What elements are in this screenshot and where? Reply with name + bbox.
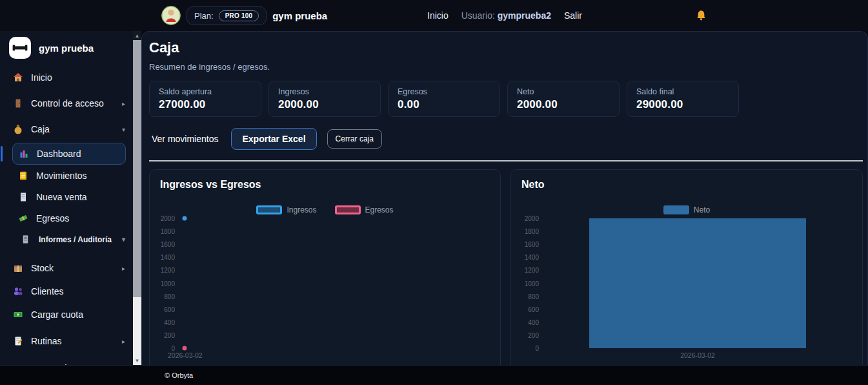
- y-tick: 1600: [161, 241, 175, 248]
- nav-link-salir[interactable]: Salir: [564, 10, 582, 21]
- sidebar-item-inicio[interactable]: Inicio: [0, 65, 133, 90]
- chart-legend: IngresosEgresos: [160, 205, 490, 215]
- sidebar-item-label: Caja: [31, 124, 50, 134]
- chart-card-ingresos-vs-egresos: Ingresos vs Egresos IngresosEgresos 2000…: [149, 169, 501, 365]
- exportar-excel-button[interactable]: Exportar Excel: [231, 128, 316, 150]
- sidebar-item-clientes[interactable]: Clientes: [0, 280, 133, 303]
- plan-label: Plan:: [194, 11, 214, 21]
- nav-user[interactable]: Usuario: gymprueba2: [461, 10, 551, 21]
- charts-row: Ingresos vs Egresos IngresosEgresos 2000…: [149, 169, 863, 365]
- sidebar: gym prueba Inicio Control de acceso ▸: [0, 31, 133, 365]
- y-tick: 1600: [525, 241, 539, 248]
- y-tick: 1800: [161, 228, 175, 235]
- sidebar-item-label: Movimientos: [36, 171, 87, 181]
- nav-link-inicio[interactable]: Inicio: [427, 10, 449, 21]
- legend-swatch: [256, 205, 282, 214]
- chart-title: Ingresos vs Egresos: [160, 179, 490, 191]
- chevron-right-icon: ▸: [122, 338, 125, 345]
- workspace: gym prueba Inicio Control de acceso ▸: [0, 31, 868, 365]
- sidebar-item-personal[interactable]: Personal ▸: [0, 355, 133, 365]
- chart-title: Neto: [521, 179, 852, 191]
- id-card-icon: [13, 363, 23, 365]
- navbar-brand-name: gym prueba: [272, 10, 327, 21]
- sidebar-item-label: Clientes: [31, 286, 64, 297]
- stat-value: 29000.00: [636, 98, 729, 111]
- chevron-right-icon: ▸: [122, 265, 125, 272]
- x-axis-label: 2026-03-02: [160, 351, 490, 359]
- legend-label: Egresos: [365, 205, 394, 214]
- page-footer: © Orbyta: [0, 365, 868, 385]
- y-tick: 1200: [525, 267, 539, 274]
- stat-card-saldo-final: Saldo final 29000.00: [627, 81, 739, 117]
- copyright-text: © Orbyta: [165, 371, 193, 379]
- sidebar-item-label: Rutinas: [31, 336, 61, 346]
- sidebar-item-cargar-cuota[interactable]: Cargar cuota: [0, 303, 133, 326]
- y-axis-ticks: 2000180016001400120010008006004002000: [521, 218, 541, 348]
- y-axis-ticks: 2000180016001400120010008006004002000: [160, 218, 177, 348]
- memo-icon: [13, 336, 23, 346]
- sidebar-item-label: Inicio: [31, 72, 52, 83]
- sidebar-item-informes-auditoria[interactable]: Informes / Auditoría ▾: [0, 229, 133, 250]
- sidebar-item-egresos[interactable]: Egresos: [0, 207, 133, 229]
- sidebar-item-label: Stock: [31, 263, 54, 273]
- stat-value: 2000.00: [517, 98, 610, 111]
- y-tick: 800: [528, 293, 539, 300]
- plan-box: Plan: PRO 100: [187, 6, 267, 25]
- ver-movimientos-button[interactable]: Ver movimientos: [149, 129, 221, 149]
- legend-swatch: [335, 205, 361, 214]
- stats-row: Saldo apertura 27000.00 Ingresos 2000.00…: [149, 81, 863, 117]
- stat-value: 2000.00: [278, 98, 371, 111]
- cerrar-caja-button[interactable]: Cerrar caja: [327, 129, 382, 149]
- y-tick: 200: [528, 331, 539, 338]
- stat-value: 27000.00: [159, 98, 252, 111]
- y-tick: 1200: [161, 267, 175, 274]
- scrollbar-thumb[interactable]: [133, 40, 141, 297]
- sidebar-item-control-de-acceso[interactable]: Control de acceso ▸: [0, 90, 133, 116]
- sidebar-item-stock[interactable]: Stock ▸: [0, 256, 133, 280]
- sidebar-item-movimientos[interactable]: Movimientos: [0, 165, 133, 186]
- sidebar-item-nueva-venta[interactable]: Nueva venta: [0, 186, 133, 207]
- package-icon: [13, 263, 23, 273]
- sidebar-item-label: Informes / Auditoría: [39, 235, 112, 244]
- stat-card-egresos: Egresos 0.00: [388, 81, 500, 117]
- document-icon: [21, 234, 31, 245]
- scroll-down-button[interactable]: ▼: [133, 356, 141, 365]
- y-tick: 1000: [525, 280, 539, 287]
- data-point-ingresos: [183, 216, 187, 221]
- stat-label: Egresos: [398, 87, 490, 96]
- sidebar-item-label: Egresos: [36, 213, 69, 224]
- dumbbell-icon: [9, 37, 31, 59]
- legend-item-neto[interactable]: Neto: [663, 205, 710, 215]
- section-divider: [149, 160, 863, 161]
- chart-plot: 2000180016001400120010008006004002000: [160, 218, 490, 348]
- bar-chart-icon: [19, 149, 29, 159]
- sidebar-item-dashboard[interactable]: Dashboard: [12, 143, 126, 165]
- legend-item-ingresos[interactable]: Ingresos: [256, 205, 316, 215]
- stat-label: Neto: [517, 87, 610, 96]
- legend-item-egresos[interactable]: Egresos: [335, 205, 394, 215]
- users-icon: [13, 286, 23, 297]
- page-subtitle: Resumen de ingresos / egresos.: [149, 62, 863, 72]
- y-tick: 2000: [525, 215, 539, 222]
- scrollbar-track[interactable]: [133, 40, 141, 356]
- sidebar-brand: gym prueba: [0, 36, 133, 59]
- y-tick: 600: [164, 306, 175, 313]
- chevron-right-icon: ▸: [122, 365, 125, 366]
- sidebar-item-rutinas[interactable]: Rutinas ▸: [0, 328, 133, 354]
- bell-icon[interactable]: [696, 10, 707, 21]
- stat-card-neto: Neto 2000.00: [507, 81, 620, 117]
- scroll-up-button[interactable]: ▲: [133, 31, 141, 40]
- sidebar-item-label: Control de acceso: [31, 98, 104, 109]
- plot-area: [547, 218, 848, 348]
- y-tick: 400: [528, 318, 539, 326]
- y-tick: 2000: [161, 215, 175, 222]
- legend-label: Neto: [694, 205, 710, 214]
- sidebar-scrollbar[interactable]: ▲ ▼: [133, 31, 141, 365]
- data-point-egresos: [183, 346, 187, 351]
- x-axis-label: 2026-03-02: [521, 351, 852, 359]
- chevron-down-icon: ▾: [122, 236, 125, 243]
- sidebar-item-caja[interactable]: Caja ▾: [0, 116, 133, 142]
- legend-swatch: [663, 205, 689, 214]
- stat-label: Saldo apertura: [159, 87, 252, 96]
- y-tick: 0: [171, 345, 175, 352]
